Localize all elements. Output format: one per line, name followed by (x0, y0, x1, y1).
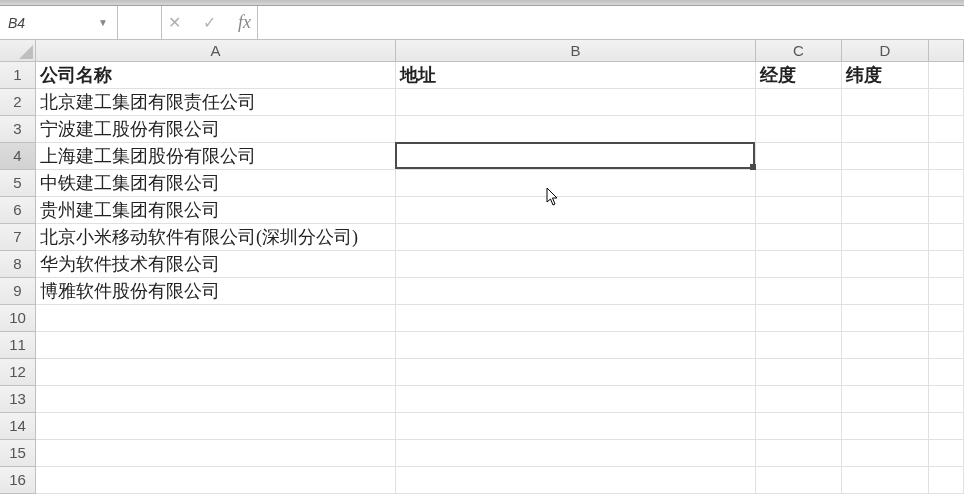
cell-C14[interactable] (756, 413, 842, 440)
cell-C16[interactable] (756, 467, 842, 494)
cell-C3[interactable] (756, 116, 842, 143)
col-header-A[interactable]: A (36, 40, 396, 62)
cell-E12[interactable] (929, 359, 964, 386)
row-header[interactable]: 6 (0, 197, 36, 224)
fx-icon[interactable]: fx (238, 12, 251, 33)
cell-E13[interactable] (929, 386, 964, 413)
row-header[interactable]: 1 (0, 62, 36, 89)
cell-B10[interactable] (396, 305, 756, 332)
cell-D2[interactable] (842, 89, 929, 116)
row-header[interactable]: 3 (0, 116, 36, 143)
cell-B1[interactable]: 地址 (396, 62, 756, 89)
cell-D5[interactable] (842, 170, 929, 197)
name-box[interactable]: B4 ▼ (0, 6, 118, 39)
row-header[interactable]: 16 (0, 467, 36, 494)
cell-E11[interactable] (929, 332, 964, 359)
cell-B9[interactable] (396, 278, 756, 305)
row-header[interactable]: 10 (0, 305, 36, 332)
row-header[interactable]: 7 (0, 224, 36, 251)
cell-A5[interactable]: 中铁建工集团有限公司 (36, 170, 396, 197)
cell-A8[interactable]: 华为软件技术有限公司 (36, 251, 396, 278)
cell-C5[interactable] (756, 170, 842, 197)
cancel-icon[interactable]: ✕ (168, 13, 181, 32)
cell-E2[interactable] (929, 89, 964, 116)
cell-D7[interactable] (842, 224, 929, 251)
cell-A7[interactable]: 北京小米移动软件有限公司(深圳分公司) (36, 224, 396, 251)
cell-D8[interactable] (842, 251, 929, 278)
cell-A12[interactable] (36, 359, 396, 386)
row-header[interactable]: 14 (0, 413, 36, 440)
name-box-dropdown-icon[interactable]: ▼ (95, 17, 111, 28)
cell-B8[interactable] (396, 251, 756, 278)
cell-A14[interactable] (36, 413, 396, 440)
cell-D14[interactable] (842, 413, 929, 440)
cell-B3[interactable] (396, 116, 756, 143)
cell-A2[interactable]: 北京建工集团有限责任公司 (36, 89, 396, 116)
select-all-button[interactable] (0, 40, 36, 62)
cell-E10[interactable] (929, 305, 964, 332)
cell-C1[interactable]: 经度 (756, 62, 842, 89)
col-header-B[interactable]: B (396, 40, 756, 62)
cell-D11[interactable] (842, 332, 929, 359)
cell-D12[interactable] (842, 359, 929, 386)
row-header[interactable]: 2 (0, 89, 36, 116)
cell-E7[interactable] (929, 224, 964, 251)
cell-B5[interactable] (396, 170, 756, 197)
col-header-E[interactable] (929, 40, 964, 62)
cell-B15[interactable] (396, 440, 756, 467)
row-header[interactable]: 4 (0, 143, 36, 170)
cell-E8[interactable] (929, 251, 964, 278)
row-header[interactable]: 5 (0, 170, 36, 197)
cell-B13[interactable] (396, 386, 756, 413)
cell-E4[interactable] (929, 143, 964, 170)
cell-C15[interactable] (756, 440, 842, 467)
cell-A11[interactable] (36, 332, 396, 359)
cell-C9[interactable] (756, 278, 842, 305)
cell-D15[interactable] (842, 440, 929, 467)
cell-A6[interactable]: 贵州建工集团有限公司 (36, 197, 396, 224)
cell-A15[interactable] (36, 440, 396, 467)
cell-A16[interactable] (36, 467, 396, 494)
cell-C11[interactable] (756, 332, 842, 359)
cell-E6[interactable] (929, 197, 964, 224)
cell-B2[interactable] (396, 89, 756, 116)
cell-D13[interactable] (842, 386, 929, 413)
cell-E9[interactable] (929, 278, 964, 305)
cell-C6[interactable] (756, 197, 842, 224)
cell-C13[interactable] (756, 386, 842, 413)
cell-B4[interactable] (396, 143, 756, 170)
col-header-D[interactable]: D (842, 40, 929, 62)
cell-B12[interactable] (396, 359, 756, 386)
cell-A9[interactable]: 博雅软件股份有限公司 (36, 278, 396, 305)
cell-E15[interactable] (929, 440, 964, 467)
formula-input[interactable] (258, 6, 964, 39)
cell-C7[interactable] (756, 224, 842, 251)
cell-E5[interactable] (929, 170, 964, 197)
cell-C10[interactable] (756, 305, 842, 332)
cell-A13[interactable] (36, 386, 396, 413)
cell-A4[interactable]: 上海建工集团股份有限公司 (36, 143, 396, 170)
accept-icon[interactable]: ✓ (203, 13, 216, 32)
cell-B14[interactable] (396, 413, 756, 440)
cell-E16[interactable] (929, 467, 964, 494)
cell-B11[interactable] (396, 332, 756, 359)
cell-D1[interactable]: 纬度 (842, 62, 929, 89)
cell-E1[interactable] (929, 62, 964, 89)
cell-D3[interactable] (842, 116, 929, 143)
cell-D4[interactable] (842, 143, 929, 170)
cell-D9[interactable] (842, 278, 929, 305)
cell-E14[interactable] (929, 413, 964, 440)
row-header[interactable]: 8 (0, 251, 36, 278)
cell-C4[interactable] (756, 143, 842, 170)
spreadsheet-grid[interactable]: A B C D 1公司名称地址经度纬度2北京建工集团有限责任公司3宁波建工股份有… (0, 40, 964, 494)
cell-B16[interactable] (396, 467, 756, 494)
cell-A3[interactable]: 宁波建工股份有限公司 (36, 116, 396, 143)
cell-D10[interactable] (842, 305, 929, 332)
cell-A10[interactable] (36, 305, 396, 332)
row-header[interactable]: 12 (0, 359, 36, 386)
row-header[interactable]: 13 (0, 386, 36, 413)
cell-B7[interactable] (396, 224, 756, 251)
row-header[interactable]: 9 (0, 278, 36, 305)
col-header-C[interactable]: C (756, 40, 842, 62)
cell-C12[interactable] (756, 359, 842, 386)
